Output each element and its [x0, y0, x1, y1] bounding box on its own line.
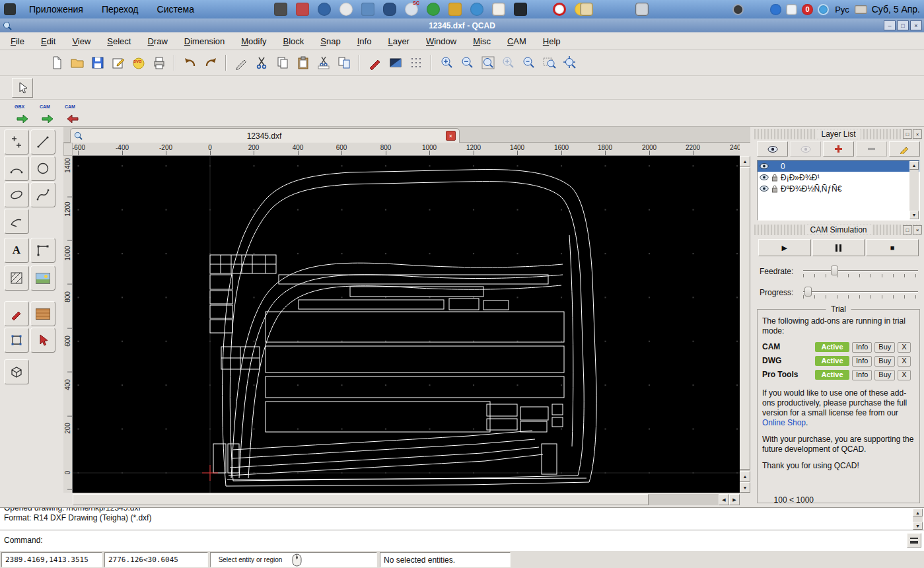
hscroll-thumb[interactable]: [73, 494, 649, 505]
property-pencil-button[interactable]: [365, 53, 385, 73]
scroll-down-button[interactable]: ▼: [913, 522, 923, 530]
addon-dismiss-button[interactable]: X: [898, 356, 910, 367]
layer-list-header[interactable]: Layer List □ ×: [754, 129, 923, 139]
point-tool-button[interactable]: [4, 129, 29, 155]
scroll-up-button[interactable]: ▲: [740, 156, 750, 166]
green-app-launcher-icon[interactable]: [427, 3, 440, 16]
new-file-button[interactable]: [46, 53, 67, 73]
paint-launcher-icon[interactable]: [296, 3, 309, 16]
undo-button[interactable]: [180, 53, 200, 73]
menu-layer[interactable]: Layer: [388, 36, 409, 46]
console-launcher-icon[interactable]: [514, 3, 527, 16]
layer-lock-icon[interactable]: [771, 174, 778, 182]
flower-tray-icon[interactable]: [818, 4, 829, 15]
menu-snap[interactable]: Snap: [320, 36, 340, 46]
keyboard-layout-indicator[interactable]: Рус: [835, 5, 849, 15]
hatch-tool-button[interactable]: [4, 266, 29, 291]
cam-reimport-button[interactable]: CAM: [62, 102, 83, 124]
message-scrollbar[interactable]: ▲ ▼: [913, 509, 923, 530]
panel-close-button[interactable]: ×: [913, 225, 922, 234]
ellipse-tool-button[interactable]: [4, 182, 29, 207]
menu-file[interactable]: File: [11, 36, 24, 46]
browser2-launcher-icon[interactable]: [339, 3, 353, 16]
menu-edit[interactable]: Edit: [41, 36, 55, 46]
menu-draw[interactable]: Draw: [147, 36, 167, 46]
cut-to-clipboard-button[interactable]: [313, 53, 334, 73]
progress-slider[interactable]: [803, 285, 918, 301]
arc-tool-button[interactable]: [4, 156, 29, 181]
menu-modify[interactable]: Modify: [241, 36, 266, 46]
show-all-layers-button[interactable]: [757, 141, 788, 157]
polyline-tool-button[interactable]: [4, 209, 29, 234]
circle-tool-button[interactable]: [30, 156, 55, 181]
hide-all-layers-button[interactable]: [790, 141, 821, 157]
layer-list-scrollbar[interactable]: ▲ ▼: [909, 161, 919, 219]
addon-info-button[interactable]: Info: [852, 370, 872, 380]
distro-logo-icon[interactable]: [4, 3, 16, 15]
layer-row-0[interactable]: 0: [758, 160, 919, 172]
copy-button[interactable]: [272, 53, 293, 73]
menu-select[interactable]: Select: [107, 36, 131, 46]
drawing-canvas[interactable]: [73, 156, 740, 493]
layer-visible-icon[interactable]: [760, 174, 769, 180]
scroll-up-button[interactable]: ▲: [909, 161, 919, 170]
menu-dimension[interactable]: Dimension: [184, 36, 225, 46]
solid-3d-tool-button[interactable]: [4, 359, 29, 384]
update-tray-icon[interactable]: [770, 4, 781, 15]
text-tool-button[interactable]: A: [4, 238, 29, 263]
feedrate-thumb[interactable]: [831, 266, 838, 275]
cam-gbx-export-button[interactable]: GBX: [12, 102, 33, 124]
menu-misc[interactable]: Misc: [473, 36, 491, 46]
command-input[interactable]: [46, 532, 907, 548]
maximize-button[interactable]: □: [897, 20, 909, 30]
save-button[interactable]: [87, 53, 108, 73]
pause-button[interactable]: [812, 239, 865, 256]
auto-zoom-button[interactable]: [478, 53, 498, 73]
database-launcher-icon[interactable]: [383, 3, 396, 16]
menu-view[interactable]: View: [72, 36, 90, 46]
menu-window[interactable]: Window: [426, 36, 456, 46]
addon-buy-button[interactable]: Buy: [874, 342, 895, 353]
command-options-button[interactable]: [907, 533, 921, 548]
add-layer-button[interactable]: [823, 141, 854, 157]
close-button[interactable]: ×: [910, 20, 922, 30]
power-tray-icon[interactable]: [732, 4, 744, 15]
zoom-pan-button[interactable]: [559, 53, 580, 73]
open-file-button[interactable]: [67, 53, 87, 73]
menu-cam[interactable]: CAM: [507, 36, 526, 46]
tab-close-button[interactable]: ×: [446, 131, 456, 141]
addon-buy-button[interactable]: Buy: [874, 356, 895, 367]
addon-buy-button[interactable]: Buy: [874, 370, 895, 380]
scroll-right-button[interactable]: ▶: [729, 494, 740, 505]
terminal-launcher-icon[interactable]: [274, 3, 287, 16]
monitor-tray-icon[interactable]: [635, 3, 649, 16]
node-select-tool-button[interactable]: [30, 328, 55, 353]
window-titlebar[interactable]: 12345.dxf - QCAD – □ ×: [0, 18, 924, 32]
duplicate-button[interactable]: [334, 53, 354, 73]
online-shop-link[interactable]: Online Shop: [762, 418, 806, 427]
notes-launcher-icon[interactable]: [492, 3, 505, 16]
addon-dismiss-button[interactable]: X: [898, 370, 910, 380]
spline-tool-button[interactable]: [30, 182, 55, 207]
layer-lock-icon[interactable]: [771, 185, 778, 193]
addon-info-button[interactable]: Info: [852, 342, 872, 353]
vscroll-thumb[interactable]: [740, 167, 750, 470]
layer-row-1[interactable]: Ð¡Ð»Ð¾Ð¹: [758, 172, 919, 183]
document-tab[interactable]: 12345.dxf ×: [70, 128, 460, 143]
horizontal-scrollbar[interactable]: ◀ ▶: [73, 494, 740, 505]
stop-button[interactable]: ■: [866, 239, 919, 256]
panel-close-button[interactable]: ×: [913, 129, 922, 139]
globe-launcher-icon[interactable]: [470, 3, 483, 16]
zoom-out-small-button[interactable]: [518, 53, 539, 73]
red-o-app-icon[interactable]: [553, 3, 566, 16]
cut-button[interactable]: [252, 53, 272, 73]
zoom-in-button[interactable]: [437, 53, 457, 73]
layer-visible-icon[interactable]: [760, 186, 769, 192]
scroll-down-button[interactable]: ▼: [909, 211, 919, 219]
weather-tray-icon[interactable]: [786, 4, 797, 15]
material-tool-button[interactable]: [30, 301, 55, 326]
save-as-button[interactable]: [108, 53, 128, 73]
desktop-menu-applications[interactable]: Приложения: [20, 4, 92, 15]
edit-layer-button[interactable]: [889, 141, 920, 157]
selection-pointer-button[interactable]: [12, 78, 33, 98]
